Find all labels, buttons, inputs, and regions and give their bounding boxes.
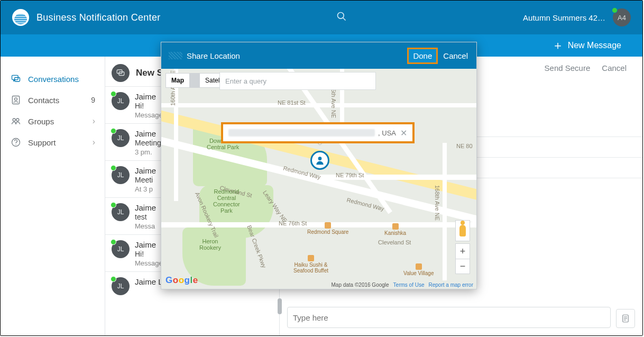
close-icon[interactable]: ✕ bbox=[400, 128, 407, 138]
svg-line-1 bbox=[343, 18, 346, 21]
avatar: JL bbox=[112, 129, 130, 147]
chevron-right-icon: › bbox=[93, 116, 95, 126]
address-redacted bbox=[228, 129, 375, 136]
share-location-modal: Share Location Done Cancel 160 bbox=[161, 42, 477, 289]
avatar: JL bbox=[112, 203, 130, 221]
svg-point-7 bbox=[16, 119, 19, 121]
attach-button[interactable] bbox=[616, 309, 635, 328]
sidebar-item-label: Conversations bbox=[28, 75, 79, 84]
zoom-in-button[interactable]: + bbox=[456, 244, 470, 259]
svg-point-9 bbox=[15, 144, 16, 145]
modal-header: Share Location Done Cancel bbox=[161, 42, 476, 69]
app-header: Business Notification Center Autumn Summ… bbox=[1, 1, 642, 34]
sidebar-item-label: Groups bbox=[28, 117, 54, 126]
scrollbar-thumb[interactable] bbox=[278, 298, 282, 314]
map-query-input[interactable]: Enter a query bbox=[219, 72, 376, 90]
conversation-name: Jaime bbox=[135, 240, 156, 249]
sidebar-item-label: Contacts bbox=[28, 96, 59, 105]
search-icon[interactable] bbox=[336, 11, 347, 24]
compose-input-wrapper bbox=[287, 307, 611, 328]
map-background: 160th Ave NE NE 81st St 165th Ave NE NE … bbox=[161, 69, 476, 289]
document-icon bbox=[621, 314, 630, 323]
conversation-name: Jaime bbox=[135, 166, 156, 175]
contacts-icon bbox=[10, 95, 22, 105]
map-type-map[interactable]: Map bbox=[166, 74, 189, 87]
avatar: JL bbox=[112, 240, 130, 258]
app-title: Business Notification Center bbox=[36, 12, 161, 23]
conversations-icon bbox=[10, 74, 22, 84]
sidebar: Conversations Contacts 9 Groups › Suppor… bbox=[1, 57, 105, 335]
avatar: JL bbox=[112, 166, 130, 184]
zoom-out-button[interactable]: − bbox=[456, 259, 470, 274]
map-credits: Map data ©2016 Google Terms of Use Repor… bbox=[331, 282, 473, 288]
map-query-placeholder: Enter a query bbox=[225, 77, 266, 85]
sidebar-item-support[interactable]: Support › bbox=[1, 132, 105, 153]
chevron-right-icon: › bbox=[93, 138, 95, 147]
user-display-name[interactable]: Autumn Summers 42… bbox=[523, 13, 605, 22]
new-message-label: New Message bbox=[568, 41, 621, 50]
user-avatar[interactable]: A4 bbox=[613, 8, 631, 26]
sidebar-item-contacts[interactable]: Contacts 9 bbox=[1, 89, 105, 111]
address-tooltip: , USA ✕ bbox=[221, 122, 415, 143]
zoom-controls: + − bbox=[455, 243, 470, 274]
sidebar-item-groups[interactable]: Groups › bbox=[1, 111, 105, 132]
google-logo: Google bbox=[165, 275, 198, 286]
modal-title: Share Location bbox=[187, 51, 240, 60]
contacts-count: 9 bbox=[91, 96, 95, 104]
terms-link[interactable]: Terms of Use bbox=[393, 282, 425, 288]
map-viewport[interactable]: 160th Ave NE NE 81st St 165th Ave NE NE … bbox=[161, 69, 476, 289]
svg-rect-4 bbox=[12, 96, 19, 104]
svg-point-6 bbox=[13, 119, 15, 121]
conversation-header-icon bbox=[112, 64, 130, 82]
modal-cancel-button[interactable]: Cancel bbox=[442, 49, 469, 62]
address-suffix: , USA bbox=[378, 129, 396, 137]
cancel-button[interactable]: Cancel bbox=[602, 63, 627, 72]
groups-icon bbox=[10, 116, 22, 126]
brand-logo-icon bbox=[12, 9, 29, 26]
location-marker-icon[interactable] bbox=[310, 151, 329, 170]
avatar: JL bbox=[112, 92, 130, 110]
conversation-name: Jaime bbox=[135, 203, 156, 212]
conversation-name: Jaime bbox=[135, 92, 156, 101]
avatar: JL bbox=[112, 277, 130, 295]
send-secure-button[interactable]: Send Secure bbox=[545, 63, 591, 72]
svg-point-5 bbox=[15, 98, 17, 101]
new-message-button[interactable]: ＋ New Message bbox=[552, 41, 621, 50]
report-error-link[interactable]: Report a map error bbox=[429, 282, 473, 288]
svg-point-0 bbox=[338, 13, 344, 19]
pegman-icon[interactable] bbox=[455, 220, 470, 241]
conversation-name: Jaime bbox=[135, 129, 156, 138]
compose-input[interactable] bbox=[293, 313, 605, 322]
drag-grip-icon[interactable] bbox=[169, 52, 182, 59]
done-button[interactable]: Done bbox=[407, 48, 438, 64]
sidebar-item-conversations[interactable]: Conversations bbox=[1, 68, 105, 89]
conversation-header-title: New S bbox=[136, 68, 163, 78]
svg-point-16 bbox=[318, 157, 322, 160]
sidebar-item-label: Support bbox=[28, 138, 56, 147]
support-icon bbox=[10, 137, 22, 148]
